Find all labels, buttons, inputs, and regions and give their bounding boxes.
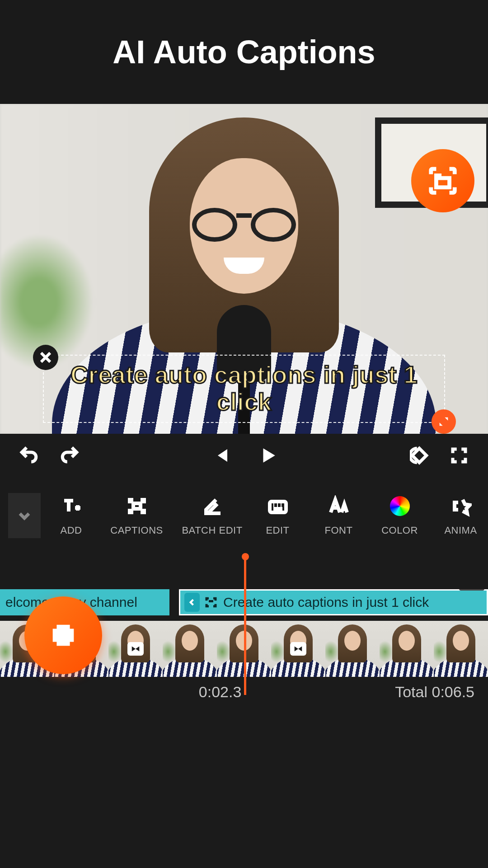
redo-icon — [60, 446, 79, 465]
auto-caption-button[interactable] — [411, 149, 474, 212]
caption-scan-icon — [427, 165, 459, 197]
fullscreen-button[interactable] — [448, 445, 470, 466]
tool-strip: ADD CAPTIONS BATCH EDIT EDIT FONT COLOR … — [0, 477, 488, 554]
tool-batch-edit[interactable]: BATCH EDIT — [177, 495, 247, 536]
keyboard-icon — [267, 495, 289, 517]
redo-button[interactable] — [59, 445, 80, 466]
caption-overlay[interactable]: Create auto captions in just 1 click — [43, 355, 445, 423]
transition-icon[interactable] — [127, 642, 144, 656]
playback-bar — [0, 434, 488, 477]
fullscreen-icon — [450, 446, 469, 465]
timeline-thumb[interactable] — [108, 621, 163, 677]
text-add-icon — [61, 495, 82, 517]
segment-handle-left[interactable] — [184, 593, 200, 612]
batch-edit-icon — [202, 495, 223, 517]
tool-color[interactable]: COLOR — [369, 495, 430, 536]
color-wheel-icon — [390, 496, 410, 516]
page-title: AI Auto Captions — [113, 33, 375, 70]
caption-text: Create auto captions in just 1 click — [57, 361, 431, 416]
caption-delete-button[interactable] — [33, 345, 58, 370]
play-button[interactable] — [257, 445, 279, 466]
prev-button[interactable] — [210, 445, 232, 466]
add-media-button[interactable] — [24, 596, 102, 674]
timeline-thumb[interactable] — [380, 621, 434, 677]
tool-edit[interactable]: EDIT — [247, 495, 308, 536]
caption-segment-active[interactable]: :03.2 Create auto captions in just 1 cli… — [179, 589, 488, 615]
segment-duration-badge: :03.2 — [459, 589, 484, 591]
tool-label: CAPTIONS — [110, 525, 163, 536]
skip-previous-icon — [211, 446, 230, 465]
undo-button[interactable] — [18, 445, 40, 466]
plus-icon — [47, 619, 79, 651]
tool-label: COLOR — [381, 525, 418, 536]
chevron-down-icon — [17, 508, 32, 523]
tool-label: BATCH EDIT — [182, 525, 242, 536]
close-icon — [39, 351, 52, 364]
font-icon — [328, 495, 350, 517]
captions-icon — [126, 495, 148, 517]
caption-scan-icon — [204, 596, 218, 609]
header: AI Auto Captions — [0, 0, 488, 104]
playhead[interactable] — [244, 554, 246, 695]
timeline-thumb[interactable] — [434, 621, 488, 677]
tool-captions[interactable]: CAPTIONS — [102, 495, 172, 536]
play-icon — [258, 446, 277, 465]
keyframe-button[interactable] — [408, 445, 430, 466]
resize-icon — [437, 415, 450, 428]
transition-icon[interactable] — [290, 642, 306, 656]
timeline[interactable]: elcome to my channel :03.2 Create auto c… — [0, 554, 488, 780]
undo-icon — [19, 446, 38, 465]
timeline-thumb[interactable] — [271, 621, 325, 677]
tool-label: FONT — [325, 525, 353, 536]
tool-font[interactable]: FONT — [308, 495, 369, 536]
caption-resize-handle[interactable] — [432, 409, 456, 434]
tool-animation[interactable]: ANIMA — [430, 495, 488, 536]
timeline-thumb[interactable] — [163, 621, 217, 677]
caption-segment-text: Create auto captions in just 1 click — [223, 595, 429, 610]
keyframe-icon — [410, 446, 429, 465]
current-time: 0:02.3 — [14, 683, 395, 701]
video-preview[interactable]: Create auto captions in just 1 click — [0, 104, 488, 434]
collapse-tools-button[interactable] — [8, 493, 41, 538]
tool-add[interactable]: ADD — [41, 495, 102, 536]
tool-label: ANIMA — [444, 525, 477, 536]
tool-label: ADD — [61, 525, 82, 536]
timeline-thumb[interactable] — [325, 621, 380, 677]
tool-label: EDIT — [266, 525, 289, 536]
total-time: Total 0:06.5 — [395, 683, 474, 701]
animation-icon — [450, 495, 472, 517]
